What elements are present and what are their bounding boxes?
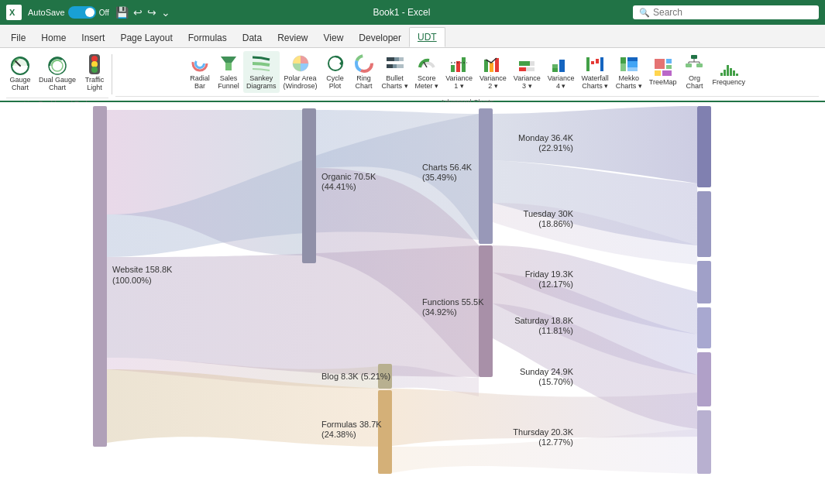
label-website-pct: (100.00%) [112,276,152,285]
svg-rect-47 [620,63,626,71]
sankey-diagrams-btn[interactable]: SankeyDiagrams [243,51,280,93]
toolbar-icons: 💾 ↩ ↪ ⌄ [115,6,170,19]
svg-rect-64 [724,70,726,76]
node-saturday [697,307,711,348]
titlebar: X AutoSave Off 💾 ↩ ↪ ⌄ Book1 - Excel 🔍 [0,0,825,25]
svg-rect-48 [627,57,638,61]
tab-review[interactable]: Review [270,29,315,47]
tab-formulas[interactable]: Formulas [180,29,235,47]
autosave-state: Off [99,9,109,17]
svg-rect-56 [691,55,697,59]
label-functions: Functions 55.5K [422,297,484,307]
svg-rect-46 [620,57,626,63]
label-formulas: Formulas 38.7K [321,420,382,429]
undo-icon[interactable]: ↩ [133,6,143,19]
svg-marker-13 [221,57,236,63]
node-thursday [697,410,711,474]
variance4-btn[interactable]: Variance4 ▾ [545,51,578,93]
radial-bar-icon [190,53,210,74]
group-live-dashboard: GaugeChart Dual GaugeChart [6,51,108,98]
node-charts [479,108,493,244]
svg-rect-28 [451,65,455,72]
svg-rect-36 [519,61,530,66]
dual-gauge-label: Dual GaugeChart [39,77,76,92]
redo-icon[interactable]: ↪ [147,6,156,19]
label-organic-pct: (44.41%) [321,182,356,191]
variance3-icon [517,53,537,74]
ribbon: GaugeChart Dual GaugeChart [0,48,825,102]
dual-gauge-chart-btn[interactable]: Dual GaugeChart [36,51,79,94]
autosave-toggle[interactable] [68,6,96,19]
variance1-btn[interactable]: Variance1 ▾ [442,51,476,93]
frequency-icon [719,57,739,77]
svg-rect-62 [696,63,703,67]
label-functions-pct: (34.92%) [422,307,457,317]
radial-bar-btn[interactable]: RadialBar [186,51,214,93]
sankey-icon [251,53,271,74]
score-meter-btn[interactable]: ScoreMeter ▾ [412,51,442,93]
svg-rect-44 [596,59,599,63]
node-functions [479,245,493,377]
tab-developer[interactable]: Developer [351,29,409,47]
traffic-light-label: TrafficLight [85,77,105,92]
tab-file[interactable]: File [3,29,33,47]
label-friday: Friday 19.3K [525,269,574,279]
search-icon: 🔍 [639,8,650,18]
label-sunday-pct: (15.70%) [538,377,573,386]
svg-rect-52 [666,59,672,63]
svg-rect-45 [600,57,603,71]
org-chart-btn[interactable]: OrgChart [680,51,708,93]
app-icon: X [6,5,22,20]
chart-area: Website 158.8K (100.00%) Organic 70.5K (… [0,102,825,504]
variance2-icon [483,53,503,74]
autosave-text: AutoSave [28,8,65,17]
gauge-chart-icon [9,53,31,75]
svg-point-9 [91,67,98,73]
search-input[interactable] [653,7,808,18]
variance1-icon [449,53,469,74]
traffic-light-btn[interactable]: TrafficLight [81,51,108,94]
tab-insert[interactable]: Insert [74,29,112,47]
ring-chart-btn[interactable]: RingChart [350,51,378,93]
polar-area-btn[interactable]: Polar Area(Windrose) [280,51,321,93]
label-thursday: Thursday 20.3K [513,427,573,437]
label-sunday: Sunday 24.9K [520,367,574,376]
tab-home[interactable]: Home [33,29,74,47]
org-chart-icon [684,53,704,74]
treemap-btn[interactable]: TreeMap [646,55,680,89]
gauge-chart-btn[interactable]: GaugeChart [6,51,34,94]
variance2-btn[interactable]: Variance2 ▾ [476,51,510,93]
svg-rect-68 [736,74,738,76]
svg-rect-63 [720,73,723,76]
label-tuesday: Tuesday 30K [524,209,574,218]
mekko-btn[interactable]: MekkoCharts ▾ [613,51,645,93]
svg-rect-61 [686,63,692,67]
bullet-charts-icon [385,53,405,74]
window-title: Book1 - Excel [177,7,627,18]
node-formulas [378,390,392,474]
search-box[interactable]: 🔍 [633,5,819,19]
customize-icon[interactable]: ⌄ [161,6,170,19]
label-friday-pct: (12.17%) [538,279,573,289]
label-saturday-pct: (11.81%) [538,326,573,335]
frequency-btn[interactable]: Frequency [709,55,748,89]
save-icon[interactable]: 💾 [115,6,129,19]
tab-view[interactable]: View [316,29,352,47]
svg-rect-34 [495,58,499,72]
sankey-chart: Website 158.8K (100.00%) Organic 70.5K (… [0,102,825,504]
sales-funnel-btn[interactable]: SalesFunnel [215,51,242,93]
bullet-charts-btn[interactable]: BulletCharts ▾ [379,51,411,93]
svg-point-20 [360,60,368,67]
label-saturday: Saturday 18.8K [514,316,573,325]
svg-rect-40 [559,60,565,72]
autosave-control: AutoSave Off [28,6,109,19]
svg-rect-23 [387,57,394,61]
tab-udt[interactable]: UDT [409,27,445,47]
waterfall-btn[interactable]: WaterfallCharts ▾ [579,51,612,93]
svg-marker-16 [339,60,342,67]
svg-rect-51 [655,59,665,69]
tab-page-layout[interactable]: Page Layout [112,29,180,47]
variance3-btn[interactable]: Variance3 ▾ [510,51,544,93]
tab-data[interactable]: Data [235,29,270,47]
cycle-plot-btn[interactable]: CyclePlot [321,51,349,93]
